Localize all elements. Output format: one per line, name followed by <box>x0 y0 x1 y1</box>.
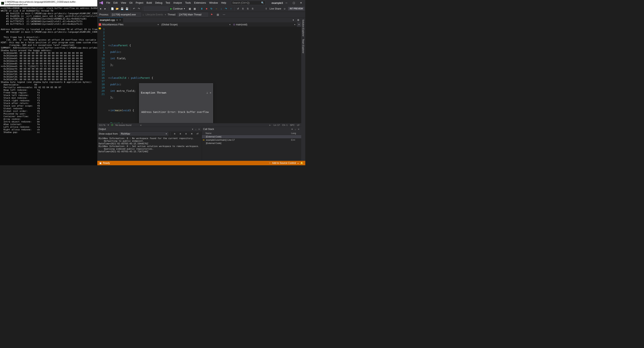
stop-button[interactable]: ■ <box>204 7 209 11</box>
new-item-button[interactable]: 📄 <box>110 7 114 11</box>
live-share-icon[interactable]: ⇪ <box>264 7 268 11</box>
tab-example3[interactable]: example3.cpp ⊕ ✕ <box>98 18 123 22</box>
nav-project[interactable]: Miscellaneous Files ▾ <box>97 22 160 27</box>
no-issues-label[interactable]: No issues found <box>115 124 131 126</box>
maximize-button[interactable]: ▢ <box>290 0 297 6</box>
code-content[interactable]: ⊟class Parent { public: int field; }; ⊟c… <box>106 27 301 123</box>
toolbar: ◄ ► 📄 📂 💾 💾 ↶ ↷ ▶ Continue ▼ ▦ ▦ ⏸ ■ ↻ →… <box>97 6 305 12</box>
pause-button[interactable]: ⏸ <box>200 7 204 11</box>
toolbar-button[interactable]: ▦ <box>188 7 192 11</box>
menu-project[interactable]: Project <box>134 1 145 5</box>
stack-frame-icon[interactable]: ▤ <box>216 12 220 17</box>
step-into-button[interactable]: ↓ <box>219 7 224 11</box>
output-tool-button[interactable]: ≡ <box>178 132 183 136</box>
menu-window[interactable]: Window <box>208 1 220 5</box>
output-tool-button[interactable]: ≡ <box>172 132 177 136</box>
pin-icon[interactable]: ⟂ <box>294 128 297 130</box>
stack-row[interactable]: [External Code] <box>202 135 301 138</box>
nav-back-button[interactable]: ◄ <box>98 7 102 11</box>
toolbar-button[interactable]: ⎘ <box>246 7 250 11</box>
menu-analyze[interactable]: Analyze <box>172 1 184 5</box>
rail-team-explorer[interactable]: Team Explorer <box>302 38 305 55</box>
thread-dropdown[interactable]: [24756] Main Thread <box>178 13 208 17</box>
output-body[interactable]: RichNav Information: 0 : No workspace fo… <box>97 136 202 161</box>
wrap-button[interactable]: ⏎ <box>195 132 200 136</box>
menu-view[interactable]: View <box>119 1 128 5</box>
process-dropdown[interactable]: [11708] example3.exe <box>110 13 141 17</box>
window-dropdown-icon[interactable]: ▼ <box>291 18 296 22</box>
nav-forward-button[interactable]: ► <box>103 7 108 11</box>
eol-indicator[interactable]: LF <box>297 124 300 126</box>
next-statement-button[interactable]: → <box>214 7 218 11</box>
notifications-icon[interactable]: 🔔 <box>300 162 303 164</box>
gear-icon[interactable]: ⚙ <box>296 18 300 22</box>
redo-button[interactable]: ↷ <box>136 7 141 11</box>
pane-dropdown-icon[interactable]: ▼ <box>291 128 294 130</box>
code-editor[interactable]: 123456789101112131415161718192021 ⊟class… <box>97 27 301 123</box>
line-indicator[interactable]: Ln: 17 <box>274 124 280 126</box>
menu-help[interactable]: Help <box>220 1 228 5</box>
save-all-button[interactable]: 💾 <box>125 7 129 11</box>
add-source-control-icon[interactable]: ↑ <box>269 162 270 164</box>
save-button[interactable]: 💾 <box>120 7 124 11</box>
menu-file[interactable]: File <box>104 1 112 5</box>
toolbar-button[interactable]: ↺ <box>236 7 240 11</box>
stack-row[interactable]: [External Code] <box>202 141 301 145</box>
callstack-header[interactable]: Name Lang <box>202 131 301 135</box>
live-share-label[interactable]: Live Share <box>270 7 281 10</box>
output-source-dropdown[interactable]: RichNav ▾ <box>120 132 168 136</box>
toolbar-button[interactable]: ⎘ <box>240 7 245 11</box>
close-popup-icon[interactable]: ✕ <box>210 91 211 94</box>
pin-icon[interactable]: ⟂ <box>194 128 197 130</box>
config-dropdown[interactable] <box>144 7 168 11</box>
zoom-level[interactable]: 111 % <box>99 124 105 126</box>
step-over-button[interactable]: ↷ <box>224 7 228 11</box>
clear-output-button[interactable]: ✕ <box>190 132 194 136</box>
menu-test[interactable]: Test <box>164 1 172 5</box>
close-pane-icon[interactable]: ✕ <box>297 128 300 130</box>
output-tool-button[interactable]: ≡ <box>184 132 188 136</box>
open-button[interactable]: 📂 <box>115 7 120 11</box>
col-indicator[interactable]: Ch: 1 <box>282 124 288 126</box>
toolbar-button[interactable]: ⋯ <box>222 12 226 17</box>
chevron-down-icon[interactable]: ▼ <box>107 124 109 126</box>
nav-scope[interactable]: (Global Scope) ▾ <box>160 22 232 27</box>
scroll-left-icon[interactable]: ◄ <box>140 124 142 126</box>
toolbar-button[interactable]: ▦ <box>192 7 197 11</box>
indent-indicator[interactable]: SPC <box>290 124 295 126</box>
flag-icon[interactable]: ⚑ <box>210 12 214 17</box>
menu-git[interactable]: Git <box>128 1 134 5</box>
stack-row[interactable]: ➡ example3.exe!main() Line 17 C++ <box>202 138 301 141</box>
close-tab-icon[interactable]: ✕ <box>119 19 121 21</box>
menu-extensions[interactable]: Extensions <box>192 1 208 5</box>
separator <box>198 7 198 11</box>
plus-icon[interactable]: + <box>297 22 301 27</box>
undo-button[interactable]: ↶ <box>132 7 136 11</box>
menu-debug[interactable]: Debug <box>154 1 164 5</box>
minimize-button[interactable]: ─ <box>283 0 290 6</box>
console-titlebar[interactable]: C: C:\MSDN\cpp-docs-pr\docs\c-language\A… <box>0 0 97 7</box>
rail-solution-explorer[interactable]: Solution Explorer <box>302 18 305 38</box>
add-source-control-label[interactable]: Add to Source Control <box>272 162 296 164</box>
scroll-right-icon[interactable]: ► <box>269 124 271 126</box>
console-body[interactable]: ==11708==ERROR: AddressSanitizer: stack-… <box>0 7 97 165</box>
menu-edit[interactable]: Edit <box>112 1 120 5</box>
search-box[interactable]: Search (Ctrl+Q) 🔍 <box>231 1 266 5</box>
step-out-button[interactable]: ↑ <box>229 7 233 11</box>
lifecycle-label[interactable]: Lifecycle Events <box>146 13 163 16</box>
pin-icon[interactable]: ⟂ <box>206 91 208 94</box>
menu-tools[interactable]: Tools <box>184 1 192 5</box>
toolbar-button[interactable]: ⎘ <box>250 7 255 11</box>
close-pane-icon[interactable]: ✕ <box>198 128 200 130</box>
chevron-up-icon[interactable]: ▴ <box>298 162 298 164</box>
nav-member[interactable]: ⊙ main(void) ▾ <box>232 22 297 27</box>
feedback-button[interactable]: ☺ <box>282 7 287 11</box>
close-button[interactable]: ✕ <box>298 0 304 6</box>
pin-icon[interactable]: ⊕ <box>116 19 118 21</box>
restart-button[interactable]: ↻ <box>209 7 214 11</box>
pane-dropdown-icon[interactable]: ▼ <box>191 128 194 130</box>
output-title[interactable]: Output <box>98 128 191 130</box>
continue-button[interactable]: ▶ Continue ▼ <box>168 7 187 11</box>
callstack-title[interactable]: Call Stack <box>203 128 291 130</box>
menu-build[interactable]: Build <box>145 1 154 5</box>
